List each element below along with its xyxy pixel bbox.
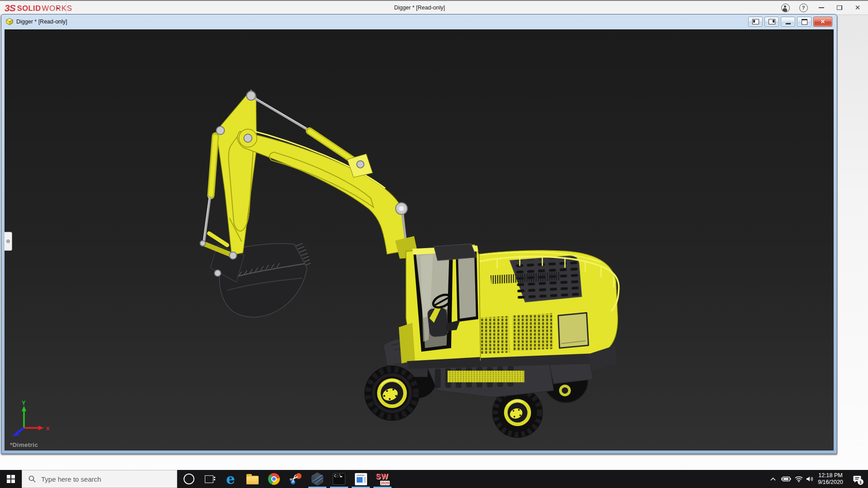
taskbar-3d-app-button[interactable] [307, 470, 328, 488]
side-window-glass [458, 250, 476, 319]
help-icon: ? [799, 4, 808, 12]
taskbar-blue-window-app-button[interactable] [350, 470, 372, 488]
view-orientation-label: *Dimetric [10, 441, 38, 448]
doc-minimize-button[interactable] [781, 17, 795, 27]
doc-maximize-button[interactable] [797, 17, 811, 27]
solidworks-2020-icon: SW 2020 [376, 472, 389, 486]
taskbar-chrome-button[interactable] [263, 470, 285, 488]
tray-battery[interactable] [779, 470, 793, 488]
app-titlebar: 3S SOLID WORKS ▸ Digger * [Read-only] ? … [0, 0, 868, 15]
doc-close-icon: ✕ [821, 19, 825, 25]
taskbar-solidworks-button[interactable]: SW 2020 [372, 470, 393, 488]
doc-pane-right-button[interactable] [764, 17, 779, 27]
doc-pane-left-button[interactable] [748, 17, 763, 27]
boom-upper-section [216, 90, 256, 255]
pane-left-icon [752, 19, 759, 24]
app-close-button[interactable]: ✕ [851, 2, 864, 14]
windows-logo-icon [7, 475, 15, 483]
part-cube-icon [6, 18, 14, 25]
app-minimize-button[interactable] [815, 2, 828, 14]
tray-chevron-button[interactable] [767, 470, 779, 488]
document-title: Digger * [Read-only] [6, 14, 67, 29]
taskbar-snip-button[interactable]: ✂ [285, 470, 307, 488]
flyout-tab-grip [6, 239, 10, 243]
speaker-icon [806, 476, 814, 482]
taskbar: e ✂ C:\ SW [0, 470, 868, 488]
app-window-title: Digger * [Read-only] [0, 1, 868, 14]
solidworks-icon-letters: SW [376, 473, 388, 481]
clock-time: 12:18 PM [818, 472, 843, 479]
solidworks-icon-year: 2020 [380, 481, 390, 485]
close-icon: ✕ [855, 4, 861, 12]
cortana-icon [184, 474, 194, 484]
account-button[interactable] [778, 2, 792, 14]
digger-3d-model[interactable] [5, 29, 834, 450]
orientation-triad: Y x [10, 400, 53, 437]
front-wheel [364, 366, 420, 421]
battery-charging-icon [781, 476, 791, 482]
document-window: Digger * [Read-only] ✕ [1, 14, 837, 454]
search-input[interactable] [40, 475, 164, 483]
taskbar-cortana-button[interactable] [178, 470, 200, 488]
boom-main-arm [237, 131, 407, 254]
taskbar-file-explorer-button[interactable] [241, 470, 263, 488]
cab-front-step [399, 323, 415, 363]
triad-x-label: x [46, 425, 50, 432]
document-title-text: Digger * [Read-only] [16, 19, 67, 25]
minimize-icon [819, 7, 824, 8]
taskbar-edge-button[interactable]: e [220, 470, 241, 488]
command-prompt-icon: C:\ [333, 473, 345, 485]
taskbar-task-view-button[interactable] [198, 470, 220, 488]
featuremanager-flyout-tab[interactable] [5, 232, 12, 251]
pin [246, 91, 255, 100]
snipping-tool-icon: ✂ [289, 473, 302, 485]
help-button[interactable]: ? [797, 2, 810, 14]
app-restore-button[interactable] [833, 2, 846, 14]
pane-right-icon [769, 19, 775, 24]
action-center-button[interactable]: 1 [849, 470, 866, 488]
doc-minimize-icon [786, 23, 791, 24]
triad-y-label: Y [22, 400, 26, 406]
dipper-cylinder-rod [255, 99, 307, 129]
restore-icon [837, 5, 842, 10]
app-window-controls: ? ✕ [778, 1, 864, 14]
tray-wifi[interactable] [793, 470, 805, 488]
taskbar-cmd-button[interactable]: C:\ [328, 470, 350, 488]
task-view-icon [205, 475, 213, 483]
chrome-icon [268, 473, 280, 485]
notification-badge: 1 [858, 479, 863, 485]
file-explorer-icon [246, 476, 259, 484]
desktop: 3S SOLID WORKS ▸ Digger * [Read-only] ? … [0, 0, 868, 488]
start-button[interactable] [0, 470, 22, 488]
taskbar-search[interactable] [22, 470, 177, 488]
doc-maximize-icon [802, 19, 807, 25]
document-window-buttons: ✕ [748, 17, 832, 27]
blue-window-app-icon [355, 473, 367, 485]
hexagon-3d-app-icon [311, 472, 324, 486]
roof-panel [434, 244, 476, 260]
clock-date: 9/16/2020 [818, 479, 843, 486]
document-titlebar[interactable]: Digger * [Read-only] ✕ [1, 14, 837, 29]
tray-clock[interactable]: 12:18 PM 9/16/2020 [813, 470, 848, 488]
search-icon [28, 475, 36, 483]
rear-side-window [558, 313, 589, 348]
doc-close-button[interactable]: ✕ [813, 17, 832, 27]
wifi-icon [795, 476, 803, 482]
edge-icon: e [226, 473, 235, 485]
account-icon [781, 4, 790, 12]
chevron-up-icon [770, 477, 776, 481]
graphics-viewport[interactable]: Y x *Dimetric [5, 29, 834, 450]
